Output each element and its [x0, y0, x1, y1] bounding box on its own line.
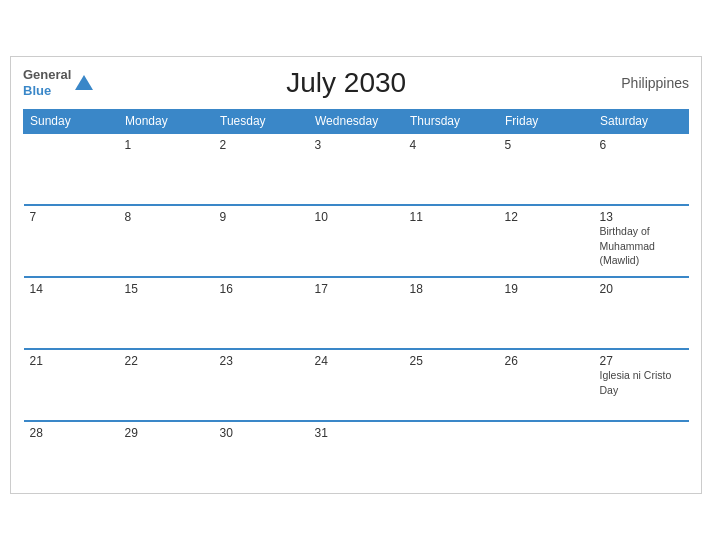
weekday-header-row: SundayMondayTuesdayWednesdayThursdayFrid…	[24, 110, 689, 134]
calendar-cell: 5	[499, 133, 594, 205]
calendar-thead: SundayMondayTuesdayWednesdayThursdayFrid…	[24, 110, 689, 134]
day-number: 11	[410, 210, 493, 224]
calendar-cell: 18	[404, 277, 499, 349]
day-number: 3	[315, 138, 398, 152]
calendar-cell: 3	[309, 133, 404, 205]
calendar-cell	[594, 421, 689, 481]
day-number: 20	[600, 282, 683, 296]
day-number: 27	[600, 354, 683, 368]
calendar-title: July 2030	[93, 67, 599, 99]
calendar-cell: 4	[404, 133, 499, 205]
day-number: 24	[315, 354, 398, 368]
day-number: 28	[30, 426, 113, 440]
day-number: 19	[505, 282, 588, 296]
weekday-header-tuesday: Tuesday	[214, 110, 309, 134]
day-number: 29	[125, 426, 208, 440]
week-row-2: 14151617181920	[24, 277, 689, 349]
day-number: 25	[410, 354, 493, 368]
calendar: General Blue July 2030 Philippines Sunda…	[10, 56, 702, 494]
logo-triangle-icon	[75, 75, 93, 90]
calendar-cell: 12	[499, 205, 594, 277]
day-number: 6	[600, 138, 683, 152]
calendar-cell: 17	[309, 277, 404, 349]
day-number: 1	[125, 138, 208, 152]
calendar-cell: 30	[214, 421, 309, 481]
calendar-cell: 31	[309, 421, 404, 481]
calendar-cell: 27Iglesia ni Cristo Day	[594, 349, 689, 421]
calendar-cell: 13Birthday of Muhammad (Mawlid)	[594, 205, 689, 277]
week-row-3: 21222324252627Iglesia ni Cristo Day	[24, 349, 689, 421]
weekday-header-saturday: Saturday	[594, 110, 689, 134]
calendar-cell: 10	[309, 205, 404, 277]
weekday-header-monday: Monday	[119, 110, 214, 134]
calendar-cell: 1	[119, 133, 214, 205]
calendar-cell: 29	[119, 421, 214, 481]
calendar-cell: 26	[499, 349, 594, 421]
day-number: 8	[125, 210, 208, 224]
day-number: 30	[220, 426, 303, 440]
calendar-cell: 22	[119, 349, 214, 421]
week-row-0: 123456	[24, 133, 689, 205]
day-number: 21	[30, 354, 113, 368]
calendar-cell: 11	[404, 205, 499, 277]
day-number: 26	[505, 354, 588, 368]
calendar-cell	[404, 421, 499, 481]
day-number: 31	[315, 426, 398, 440]
calendar-country: Philippines	[599, 75, 689, 91]
logo-blue-text: Blue	[23, 83, 71, 99]
day-number: 10	[315, 210, 398, 224]
day-number: 7	[30, 210, 113, 224]
day-number: 16	[220, 282, 303, 296]
event-text: Iglesia ni Cristo Day	[600, 369, 672, 396]
calendar-cell: 6	[594, 133, 689, 205]
week-row-4: 28293031	[24, 421, 689, 481]
weekday-header-thursday: Thursday	[404, 110, 499, 134]
day-number: 23	[220, 354, 303, 368]
calendar-cell: 21	[24, 349, 119, 421]
calendar-cell: 25	[404, 349, 499, 421]
day-number: 15	[125, 282, 208, 296]
calendar-cell: 15	[119, 277, 214, 349]
calendar-cell: 2	[214, 133, 309, 205]
event-text: Birthday of Muhammad (Mawlid)	[600, 225, 655, 266]
week-row-1: 78910111213Birthday of Muhammad (Mawlid)	[24, 205, 689, 277]
day-number: 17	[315, 282, 398, 296]
day-number: 13	[600, 210, 683, 224]
calendar-cell: 9	[214, 205, 309, 277]
calendar-header: General Blue July 2030 Philippines	[23, 67, 689, 99]
day-number: 14	[30, 282, 113, 296]
calendar-cell: 24	[309, 349, 404, 421]
calendar-cell: 16	[214, 277, 309, 349]
logo-general-text: General	[23, 67, 71, 83]
logo: General Blue	[23, 67, 93, 98]
day-number: 9	[220, 210, 303, 224]
calendar-cell: 23	[214, 349, 309, 421]
weekday-header-wednesday: Wednesday	[309, 110, 404, 134]
weekday-header-friday: Friday	[499, 110, 594, 134]
logo-text: General Blue	[23, 67, 71, 98]
calendar-cell	[24, 133, 119, 205]
day-number: 18	[410, 282, 493, 296]
calendar-cell	[499, 421, 594, 481]
day-number: 22	[125, 354, 208, 368]
calendar-table: SundayMondayTuesdayWednesdayThursdayFrid…	[23, 109, 689, 481]
calendar-cell: 7	[24, 205, 119, 277]
day-number: 5	[505, 138, 588, 152]
calendar-cell: 19	[499, 277, 594, 349]
day-number: 2	[220, 138, 303, 152]
day-number: 4	[410, 138, 493, 152]
weekday-header-sunday: Sunday	[24, 110, 119, 134]
calendar-cell: 8	[119, 205, 214, 277]
calendar-cell: 14	[24, 277, 119, 349]
calendar-cell: 28	[24, 421, 119, 481]
calendar-tbody: 12345678910111213Birthday of Muhammad (M…	[24, 133, 689, 481]
day-number: 12	[505, 210, 588, 224]
calendar-cell: 20	[594, 277, 689, 349]
